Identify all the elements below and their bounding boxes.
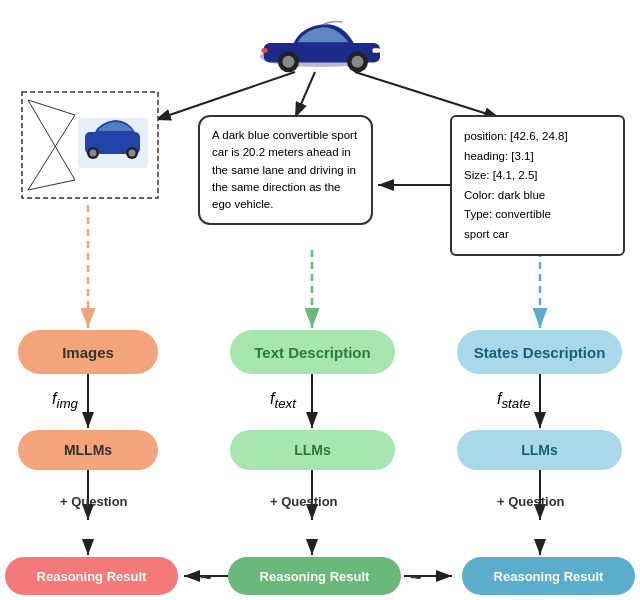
perspective-svg [20, 90, 160, 200]
llms-right-label: LLMs [521, 442, 558, 458]
states-description-box: States Description [457, 330, 622, 374]
func-img-label: fimg [52, 390, 78, 411]
svg-line-7 [355, 72, 500, 118]
svg-point-26 [283, 56, 295, 68]
svg-rect-30 [262, 48, 268, 53]
llms-center-label: LLMs [294, 442, 331, 458]
reasoning-result-center: Reasoning Result [228, 557, 401, 595]
car-image [240, 8, 400, 78]
perspective-image-box [20, 90, 160, 200]
reasoning-result-left-label: Reasoning Result [37, 569, 147, 584]
tilde-left: ~ [200, 566, 212, 589]
question-label-left: + Question [60, 494, 128, 509]
func-state-label: fstate [497, 390, 530, 411]
llms-right-box: LLMs [457, 430, 622, 470]
llms-center-box: LLMs [230, 430, 395, 470]
text-description-box: Text Description [230, 330, 395, 374]
svg-line-6 [295, 72, 315, 118]
state-box-text: position: [42.6, 24.8] heading: [3.1] Si… [464, 130, 568, 240]
svg-rect-29 [373, 48, 381, 53]
svg-point-41 [129, 150, 136, 157]
speech-bubble-text: A dark blue convertible sport car is 20.… [212, 129, 357, 210]
question-label-right: + Question [497, 494, 565, 509]
question-label-center: + Question [270, 494, 338, 509]
speech-bubble: A dark blue convertible sport car is 20.… [198, 115, 373, 225]
reasoning-result-right-label: Reasoning Result [494, 569, 604, 584]
mllms-label: MLLMs [64, 442, 112, 458]
func-text-label: ftext [270, 390, 296, 411]
images-box: Images [18, 330, 158, 374]
car-svg [245, 13, 395, 73]
images-label: Images [62, 344, 114, 361]
svg-point-28 [352, 56, 364, 68]
reasoning-result-center-label: Reasoning Result [260, 569, 370, 584]
states-description-label: States Description [474, 344, 606, 361]
diagram: A dark blue convertible sport car is 20.… [0, 0, 640, 600]
svg-point-39 [90, 150, 97, 157]
mllms-box: MLLMs [18, 430, 158, 470]
text-description-label: Text Description [254, 344, 370, 361]
reasoning-result-right: Reasoning Result [462, 557, 635, 595]
svg-line-5 [155, 72, 295, 120]
reasoning-result-left: Reasoning Result [5, 557, 178, 595]
tilde-right: ~ [410, 566, 422, 589]
state-box: position: [42.6, 24.8] heading: [3.1] Si… [450, 115, 625, 256]
